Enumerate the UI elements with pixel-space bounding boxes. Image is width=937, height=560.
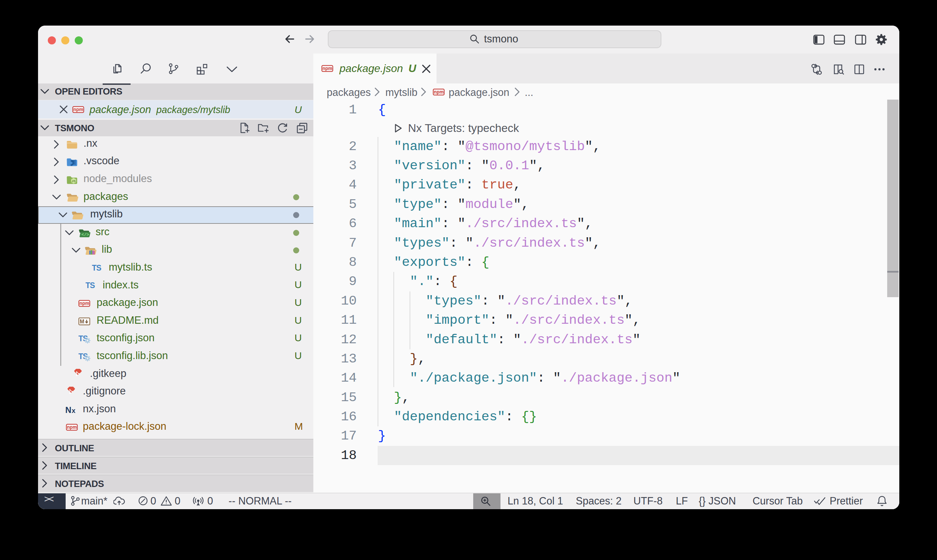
svg-text:npm: npm xyxy=(73,107,83,112)
svg-text:JS: JS xyxy=(72,179,76,183)
svg-text:npm: npm xyxy=(79,301,89,306)
svg-text:x: x xyxy=(72,407,75,414)
svg-text:TS: TS xyxy=(86,281,95,290)
svg-text:N: N xyxy=(65,405,71,415)
svg-text:</>: </> xyxy=(82,232,89,237)
svg-text:TS: TS xyxy=(92,263,101,272)
svg-text:npm: npm xyxy=(322,66,332,71)
svg-text:M: M xyxy=(80,319,84,325)
svg-text:npm: npm xyxy=(434,89,444,95)
svg-text:npm: npm xyxy=(67,425,77,430)
